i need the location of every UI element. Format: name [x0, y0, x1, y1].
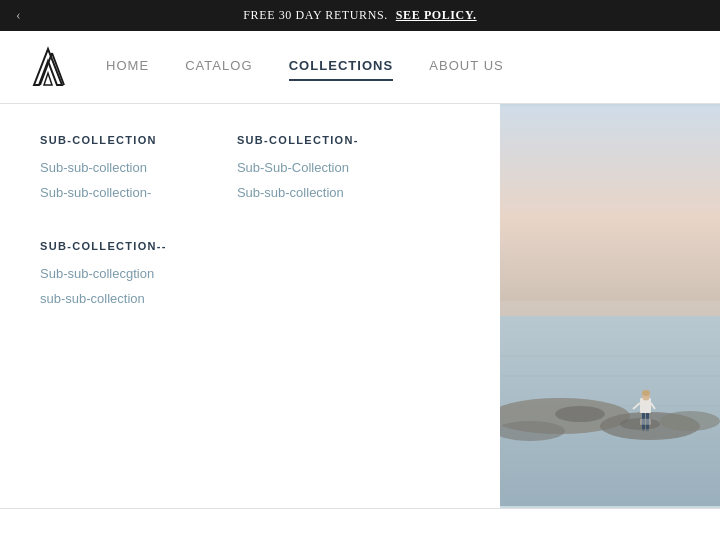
column-1-heading: SUB-COLLECTION — [40, 134, 157, 146]
nav-about[interactable]: ABOUT US — [429, 58, 504, 77]
section-2-list: Sub-sub-collecgtion sub-sub-collection — [40, 266, 460, 306]
svg-rect-24 — [646, 424, 649, 431]
svg-line-3 — [52, 53, 64, 85]
logo-icon — [30, 45, 66, 89]
list-item[interactable]: Sub-sub-collection- — [40, 185, 157, 200]
column-2-heading: SUB-COLLECTION- — [237, 134, 359, 146]
nav-links: HOME CATALOG COLLECTIONS ABOUT US — [106, 58, 504, 77]
list-item[interactable]: Sub-sub-collection — [40, 160, 157, 175]
dropdown-column-1: SUB-COLLECTION Sub-sub-collection Sub-su… — [40, 134, 157, 210]
dropdown-columns: SUB-COLLECTION Sub-sub-collection Sub-su… — [40, 134, 460, 210]
svg-rect-25 — [640, 419, 651, 425]
list-item[interactable]: sub-sub-collection — [40, 291, 460, 306]
beach-scene-image — [500, 104, 720, 508]
svg-marker-1 — [44, 73, 52, 85]
dropdown-column-2: SUB-COLLECTION- Sub-Sub-Collection Sub-s… — [237, 134, 359, 210]
dropdown-panel: SUB-COLLECTION Sub-sub-collection Sub-su… — [0, 104, 720, 509]
svg-rect-4 — [500, 106, 720, 326]
policy-link[interactable]: SEE POLICY. — [396, 8, 477, 23]
list-item[interactable]: Sub-sub-collection — [237, 185, 359, 200]
list-item[interactable]: Sub-sub-collecgtion — [40, 266, 460, 281]
svg-point-13 — [660, 411, 720, 431]
logo[interactable] — [30, 45, 66, 89]
svg-point-22 — [642, 390, 650, 396]
column-1-list: Sub-sub-collection Sub-sub-collection- — [40, 160, 157, 200]
section-2-heading: SUB-COLLECTION-- — [40, 240, 460, 252]
nav-home[interactable]: HOME — [106, 58, 149, 77]
dropdown-section-2: SUB-COLLECTION-- Sub-sub-collecgtion sub… — [40, 240, 460, 306]
svg-rect-5 — [500, 301, 720, 316]
list-item[interactable]: Sub-Sub-Collection — [237, 160, 359, 175]
dropdown-content: SUB-COLLECTION Sub-sub-collection Sub-su… — [0, 104, 500, 508]
nav-collections[interactable]: COLLECTIONS — [289, 58, 394, 77]
announcement-bar: ‹ FREE 30 DAY RETURNS. SEE POLICY. — [0, 0, 720, 31]
dropdown-image — [500, 104, 720, 508]
navbar: HOME CATALOG COLLECTIONS ABOUT US — [0, 31, 720, 104]
announcement-text: FREE 30 DAY RETURNS. — [243, 8, 387, 23]
svg-rect-23 — [642, 424, 645, 431]
nav-catalog[interactable]: CATALOG — [185, 58, 252, 77]
back-arrow-icon[interactable]: ‹ — [16, 8, 21, 24]
column-2-list: Sub-Sub-Collection Sub-sub-collection — [237, 160, 359, 200]
svg-point-14 — [555, 406, 605, 422]
